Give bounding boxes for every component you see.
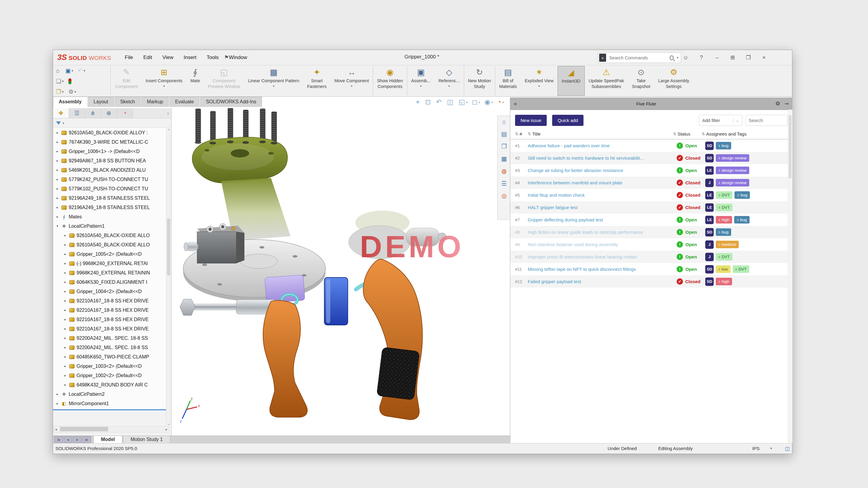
graphics-viewport[interactable]: x y z DEMO [172, 108, 510, 435]
issue-title-link[interactable]: Change air tubing for better abrasion re… [528, 168, 677, 173]
avatar[interactable]: SD [705, 228, 714, 236]
quick-access-button[interactable]: ↶▾ [78, 67, 85, 74]
tree-item[interactable]: ▸ 92949A867_18-8 SS BUTTON HEA [53, 156, 166, 165]
sort-icon[interactable]: ⇅ [515, 132, 518, 136]
tree-item[interactable]: ▸ 7674K390_3-WIRE DC METALLIC-C [53, 137, 166, 147]
tree-item[interactable]: ▸ (-) 9968K240_EXTERNAL RETAI [53, 259, 166, 268]
tag-badge[interactable]: ◊high [716, 216, 732, 224]
tree-item[interactable]: ▸ 92210A167_18-8 SS HEX DRIVE [53, 324, 166, 333]
rollback-bar[interactable] [53, 410, 166, 410]
tree-item[interactable]: ▸ 92196A249_18-8 STAINLESS STEEL [53, 193, 166, 203]
avatar[interactable]: SD [705, 141, 714, 150]
view-tool-button[interactable]: ⊡ [425, 98, 432, 106]
tag-badge[interactable]: ◊DVT [716, 191, 733, 199]
toolbar-button[interactable]: ∮ Mate [186, 66, 204, 96]
panel-settings-icon[interactable]: ⚙ [775, 100, 780, 107]
tag-badge[interactable]: ◊bug [734, 216, 749, 224]
tree-expand-arrow[interactable]: ▾ [56, 224, 59, 228]
tab-scroll-button[interactable]: ▸| [82, 436, 91, 443]
sort-icon[interactable]: ⇅ [528, 132, 531, 136]
tree-item[interactable]: ▸ ∮ Mates [53, 212, 166, 221]
view-tool-button[interactable]: ◻▾ [472, 98, 480, 106]
issue-row[interactable]: #11 Missing teflon tape on NPT to quick … [510, 263, 792, 275]
tree-item[interactable]: ▸ 92210A167_18-8 SS HEX DRIVE [53, 305, 166, 315]
tree-item[interactable]: ▸ 92210A167_18-8 SS HEX DRIVE [53, 315, 166, 324]
command-search-box[interactable]: » ▾ [598, 53, 681, 63]
tree-expand-arrow[interactable]: ▸ [63, 308, 67, 312]
view-tool-button[interactable]: ◔▾ [497, 98, 504, 106]
tree-expand-arrow[interactable]: ▸ [63, 261, 67, 265]
tag-badge[interactable]: ◊DVT [733, 265, 749, 273]
tree-expand-arrow[interactable]: ▸ [63, 290, 67, 293]
quick-access-button[interactable]: ❏▾ [56, 78, 64, 85]
tree-item[interactable]: ▸ 9968K240_EXTERNAL RETAININ [53, 268, 166, 278]
tree-expand-arrow[interactable]: ▸ [63, 233, 67, 237]
tree-item[interactable]: ▸ 92200A242_MIL. SPEC. 18-8 SS [53, 333, 166, 343]
tree-item[interactable]: ▸ 6064K530_FIXED ALIGNMENT I [53, 278, 166, 287]
issue-title-link[interactable]: Still need to switch to metric hardware … [528, 156, 677, 161]
sort-icon[interactable]: ⇅ [702, 132, 705, 136]
menu-item[interactable]: File [125, 55, 133, 61]
view-tool-button[interactable]: ◱▾ [459, 98, 468, 106]
feature-manager-tab[interactable]: ❖ [53, 108, 69, 118]
issue-row[interactable]: #6 HALT gripper fatigue test ✓ Closed LE… [510, 201, 792, 214]
collapse-panel-icon[interactable]: « [514, 101, 517, 107]
avatar[interactable]: J [705, 240, 714, 249]
task-pane-tab-icon[interactable]: ❐ [501, 143, 507, 150]
issue-row[interactable]: #2 Still need to switch to metric hardwa… [510, 152, 792, 164]
issue-title-link[interactable]: High fiction on linear guide leads to st… [528, 230, 677, 235]
tree-item[interactable]: ▸ Gripper_1005<2> (Default<<D [53, 250, 166, 259]
feature-manager-tab[interactable]: ☰ [69, 108, 85, 118]
units-caret-icon[interactable]: ▾ [770, 447, 772, 450]
avatar[interactable]: SD [705, 154, 714, 162]
window-control-button[interactable]: ? [698, 55, 705, 61]
avatar[interactable]: J [705, 178, 714, 187]
tree-expand-arrow[interactable]: ▸ [56, 401, 59, 405]
ribbon-tab[interactable]: Evaluate [169, 97, 199, 107]
view-tool-button[interactable]: ◫ [447, 98, 455, 106]
tree-expand-arrow[interactable]: ▸ [56, 131, 59, 135]
tree-horizontal-scrollbar[interactable]: ◂ ▸ [54, 426, 169, 432]
tree-item[interactable]: ▸ Gripper_1002<2> (Default<<D [53, 371, 166, 380]
quick-access-button[interactable]: ⌂ [56, 67, 60, 74]
search-commands-input[interactable] [609, 55, 670, 61]
issue-title-link[interactable]: Non-stainless fastener used during assem… [528, 242, 677, 247]
task-pane-tab-icon[interactable]: ◍ [501, 167, 507, 175]
tree-item[interactable]: ▾ ❖ LocalCirPattern1 [53, 221, 166, 231]
quick-access-button[interactable]: ▣▾ [65, 67, 73, 74]
tree-expand-arrow[interactable]: ▸ [63, 271, 67, 275]
toolbar-button[interactable]: ✎ Edit Component [111, 66, 142, 96]
tree-item[interactable]: ▸ 92610A540_BLACK-OXIDE ALLO [53, 240, 166, 250]
tree-item[interactable]: ▸ 5469K201_BLACK ANODIZED ALU [53, 165, 166, 175]
avatar[interactable]: SD [705, 265, 714, 273]
tree-expand-arrow[interactable]: ▸ [63, 327, 67, 331]
issue-title-link[interactable]: Missing teflon tape on NPT to quick disc… [528, 267, 677, 272]
quick-access-button[interactable] [68, 78, 72, 84]
avatar[interactable]: J [705, 253, 714, 261]
ribbon-tab[interactable]: Markup [141, 97, 169, 107]
tag-badge[interactable]: ◊DVT [716, 253, 733, 261]
tree-expand-arrow[interactable]: ▸ [63, 355, 67, 359]
toolbar-button[interactable]: ◇ Referenc... ▾ [435, 66, 464, 96]
feature-manager-tab[interactable]: ⋔ [85, 108, 101, 118]
ribbon-tab[interactable]: SOLIDWORKS Add-Ins [200, 97, 262, 107]
ribbon-tab[interactable]: Layout [88, 97, 114, 107]
tree-item[interactable]: ▸ ❖ LocalCirPattern2 [53, 390, 166, 399]
tree-expand-arrow[interactable]: ▸ [63, 346, 67, 350]
issue-title-link[interactable]: Improper press fit overconstrains linear… [528, 254, 677, 259]
tab-scroll-button[interactable]: |◂ [54, 436, 63, 443]
display-state-icon[interactable]: ◫ [785, 446, 789, 452]
issue-title-link[interactable]: HALT gripper fatigue test [528, 205, 677, 210]
panel-pin-icon[interactable]: ⊸ [784, 101, 789, 107]
issue-title-link[interactable]: Gripper deflecting during payload test [528, 217, 677, 222]
tree-expand-arrow[interactable]: ▸ [63, 299, 67, 303]
view-tool-button[interactable]: ↶ [436, 98, 443, 106]
tree-expand-arrow[interactable]: ▸ [63, 280, 67, 284]
toolbar-button[interactable]: ⊙ Take Snapshot [628, 66, 654, 96]
tree-expand-arrow[interactable]: ▸ [63, 364, 67, 368]
tag-badge[interactable]: ◊bug [716, 228, 731, 236]
issue-row[interactable]: #10 Improper press fit overconstrains li… [510, 251, 792, 263]
task-pane-tab-icon[interactable]: ▤ [501, 130, 507, 138]
document-tab[interactable]: Motion Study 1 [123, 435, 170, 444]
avatar[interactable]: LE [705, 166, 714, 175]
